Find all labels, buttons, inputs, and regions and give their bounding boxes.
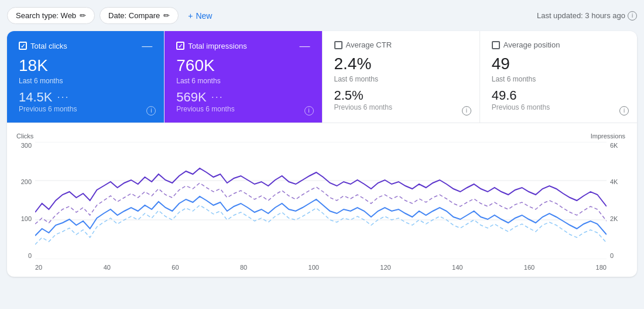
new-label: New bbox=[196, 11, 212, 21]
impressions-prev-value: 569K bbox=[176, 90, 206, 105]
impressions-checkbox[interactable] bbox=[176, 42, 184, 50]
y-axis-left: 300 200 100 0 bbox=[16, 142, 34, 259]
impressions-period: Last 6 months bbox=[176, 77, 310, 85]
y-axis-left-label: Clicks bbox=[16, 133, 33, 140]
position-info-icon[interactable]: i bbox=[619, 106, 629, 116]
metric-average-position[interactable]: Average position 49 Last 6 months 49.6 P… bbox=[480, 31, 637, 123]
top-bar: Search type: Web ✏ Date: Compare ✏ + New… bbox=[7, 7, 637, 24]
main-card: Total clicks — 18K Last 6 months 14.5K ·… bbox=[7, 31, 637, 277]
date-label: Date: Compare bbox=[108, 11, 160, 20]
plus-icon: + bbox=[188, 11, 193, 21]
metric-header-clicks: Total clicks — bbox=[19, 40, 152, 51]
chart-svg bbox=[35, 142, 607, 259]
metric-average-ctr[interactable]: Average CTR 2.4% Last 6 months 2.5% Prev… bbox=[323, 31, 480, 123]
last-updated: Last updated: 3 hours ago i bbox=[537, 11, 637, 21]
clicks-info-icon[interactable]: i bbox=[146, 106, 156, 116]
last-updated-info-icon[interactable]: i bbox=[628, 11, 637, 21]
impressions-info-icon[interactable]: i bbox=[304, 106, 314, 116]
clicks-prev-period: Previous 6 months bbox=[19, 105, 152, 113]
ctr-prev-value: 2.5% bbox=[334, 88, 468, 103]
search-type-label: Search type: Web bbox=[16, 11, 76, 20]
position-prev-value: 49.6 bbox=[492, 88, 625, 103]
ctr-value: 2.4% bbox=[334, 54, 468, 74]
metric-header-impressions: Total impressions — bbox=[176, 40, 310, 51]
x-axis: 20 40 60 80 100 120 140 160 180 bbox=[35, 264, 607, 271]
impressions-value: 760K bbox=[176, 56, 310, 76]
y-axis-right-label: Impressions bbox=[591, 133, 625, 140]
edit-icon-2: ✏ bbox=[163, 11, 170, 20]
metric-header-position: Average position bbox=[492, 40, 625, 49]
metric-total-impressions[interactable]: Total impressions — 760K Last 6 months 5… bbox=[165, 31, 322, 123]
ctr-prev-period: Previous 6 months bbox=[334, 103, 468, 111]
position-period: Last 6 months bbox=[492, 75, 625, 83]
clicks-dash: — bbox=[142, 40, 152, 51]
clicks-title: Total clicks bbox=[30, 42, 67, 50]
edit-icon-1: ✏ bbox=[80, 11, 86, 20]
clicks-prev-value: 14.5K bbox=[19, 90, 53, 105]
clicks-period: Last 6 months bbox=[19, 77, 152, 85]
chart-area: Clicks Impressions 300 200 100 0 6K 4K 2… bbox=[7, 123, 637, 277]
metrics-row: Total clicks — 18K Last 6 months 14.5K ·… bbox=[7, 31, 637, 123]
position-value: 49 bbox=[492, 54, 625, 74]
position-prev-period: Previous 6 months bbox=[492, 103, 625, 111]
metric-header-ctr: Average CTR bbox=[334, 40, 468, 49]
impressions-dash: — bbox=[300, 40, 310, 51]
date-filter[interactable]: Date: Compare ✏ bbox=[100, 7, 179, 24]
position-title: Average position bbox=[503, 40, 560, 49]
position-checkbox[interactable] bbox=[492, 41, 500, 49]
impressions-dots: ··· bbox=[211, 91, 224, 103]
metric-total-clicks[interactable]: Total clicks — 18K Last 6 months 14.5K ·… bbox=[7, 31, 165, 123]
ctr-checkbox[interactable] bbox=[334, 41, 342, 49]
chart-labels-top: Clicks Impressions bbox=[16, 133, 625, 140]
chart-container: 300 200 100 0 6K 4K 2K 0 bbox=[16, 142, 625, 271]
impressions-prev-period: Previous 6 months bbox=[176, 105, 310, 113]
ctr-period: Last 6 months bbox=[334, 75, 468, 83]
impressions-title: Total impressions bbox=[188, 42, 246, 50]
y-axis-right: 6K 4K 2K 0 bbox=[608, 142, 625, 259]
ctr-title: Average CTR bbox=[346, 40, 392, 49]
search-type-filter[interactable]: Search type: Web ✏ bbox=[7, 7, 95, 24]
new-button[interactable]: + New bbox=[183, 8, 217, 24]
ctr-info-icon[interactable]: i bbox=[462, 106, 471, 116]
clicks-value: 18K bbox=[19, 56, 152, 76]
clicks-checkbox[interactable] bbox=[19, 42, 27, 50]
clicks-dots: ··· bbox=[57, 91, 70, 103]
